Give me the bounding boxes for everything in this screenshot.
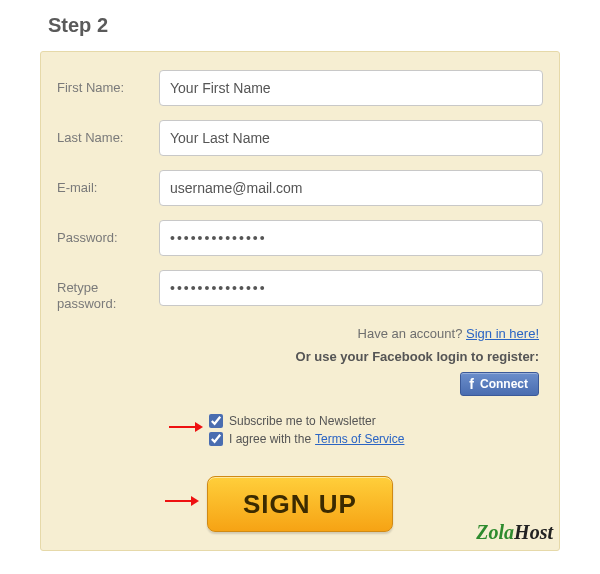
newsletter-label: Subscribe me to Newsletter (229, 414, 376, 428)
arrow-icon (165, 494, 199, 512)
password-input[interactable] (159, 220, 543, 256)
have-account-text: Have an account? Sign in here! (57, 326, 539, 341)
arrow-icon (169, 420, 203, 434)
brand-logo: ZolaHost (476, 521, 553, 544)
step-title: Step 2 (48, 14, 560, 37)
facebook-connect-button[interactable]: f Connect (460, 372, 539, 396)
terms-checkbox[interactable] (209, 432, 223, 446)
retype-password-label: Retype password: (57, 270, 159, 312)
sign-in-link[interactable]: Sign in here! (466, 326, 539, 341)
newsletter-checkbox[interactable] (209, 414, 223, 428)
svg-marker-1 (195, 422, 203, 432)
email-input[interactable] (159, 170, 543, 206)
sign-up-button[interactable]: SIGN UP (207, 476, 393, 532)
signup-form-panel: First Name: Last Name: E-mail: Password: (40, 51, 560, 551)
facebook-icon: f (469, 378, 474, 390)
terms-of-service-link[interactable]: Terms of Service (315, 432, 404, 446)
terms-label-prefix: I agree with the (229, 432, 311, 446)
retype-password-input[interactable] (159, 270, 543, 306)
last-name-label: Last Name: (57, 120, 159, 146)
first-name-label: First Name: (57, 70, 159, 96)
last-name-input[interactable] (159, 120, 543, 156)
facebook-prompt: Or use your Facebook login to register: (57, 349, 539, 364)
svg-marker-3 (191, 496, 199, 506)
email-label: E-mail: (57, 170, 159, 196)
first-name-input[interactable] (159, 70, 543, 106)
password-label: Password: (57, 220, 159, 246)
